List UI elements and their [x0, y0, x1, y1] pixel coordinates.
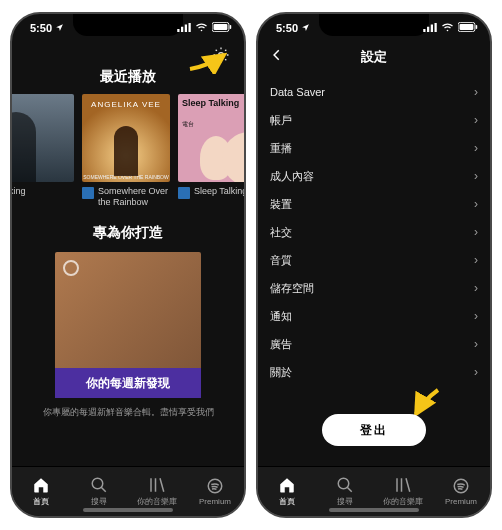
album-card[interactable]: alking: [10, 94, 74, 208]
chevron-right-icon: ›: [474, 337, 478, 351]
tab-label: 搜尋: [91, 496, 107, 507]
logout-label: 登出: [360, 422, 388, 439]
settings-row-replay[interactable]: 重播›: [270, 134, 478, 162]
logout-button[interactable]: 登出: [322, 414, 426, 446]
search-icon: [336, 476, 354, 494]
tab-label: Premium: [199, 497, 231, 506]
svg-rect-17: [431, 25, 433, 33]
settings-row-account[interactable]: 帳戶›: [270, 106, 478, 134]
svg-rect-18: [435, 23, 437, 32]
explicit-icon: [178, 187, 190, 199]
svg-line-13: [160, 478, 164, 492]
chevron-right-icon: ›: [474, 141, 478, 155]
album-caption: alking: [10, 186, 26, 197]
tab-label: 搜尋: [337, 496, 353, 507]
row-label: 儲存空間: [270, 281, 314, 296]
row-label: 音質: [270, 253, 292, 268]
svg-point-4: [201, 30, 203, 32]
chevron-right-icon: ›: [474, 365, 478, 379]
tutorial-arrow-icon: [188, 50, 232, 74]
svg-point-19: [447, 30, 449, 32]
library-icon: [148, 476, 166, 494]
row-label: 重播: [270, 141, 292, 156]
phone-settings: 5:50 設定 Data Saver› 帳戶› 重播› 成人內容› 裝置› 社交…: [256, 12, 492, 518]
row-label: 帳戶: [270, 113, 292, 128]
chevron-right-icon: ›: [474, 85, 478, 99]
row-label: 廣告: [270, 337, 292, 352]
page-title: 設定: [258, 48, 490, 66]
battery-icon: [212, 22, 232, 34]
location-icon: [301, 22, 310, 34]
discover-weekly-label: 你的每週新發現: [55, 368, 201, 398]
cover-artist: ANGELIKA VEE: [82, 100, 170, 109]
spotify-icon: [452, 477, 470, 495]
row-label: 裝置: [270, 197, 292, 212]
cover-title: 電台: [182, 120, 194, 129]
clock: 5:50: [30, 22, 52, 34]
tab-label: 你的音樂庫: [383, 496, 423, 507]
settings-list[interactable]: Data Saver› 帳戶› 重播› 成人內容› 裝置› 社交› 音質› 儲存…: [258, 72, 490, 386]
cover-artist: Sleep Talking: [182, 98, 239, 108]
tab-label: Premium: [445, 497, 477, 506]
explicit-icon: [82, 187, 94, 199]
tab-premium[interactable]: Premium: [186, 467, 244, 516]
album-card[interactable]: Sleep Talking 電台 Sleep Talking Ra: [178, 94, 246, 208]
svg-point-9: [92, 478, 103, 489]
album-cover: Sleep Talking 電台: [178, 94, 246, 182]
chevron-right-icon: ›: [474, 113, 478, 127]
settings-row-data-saver[interactable]: Data Saver›: [270, 78, 478, 106]
tab-label: 首頁: [33, 496, 49, 507]
chevron-right-icon: ›: [474, 253, 478, 267]
cover-title: SOMEWHERE OVER THE RAINBOW: [82, 174, 170, 180]
album-card[interactable]: ANGELIKA VEE SOMEWHERE OVER THE RAINBOW …: [82, 94, 170, 208]
made-for-you-heading: 專為你打造: [12, 224, 244, 242]
row-label: 通知: [270, 309, 292, 324]
album-caption: Somewhere Over the Rainbow: [98, 186, 170, 208]
tab-label: 你的音樂庫: [137, 496, 177, 507]
wifi-icon: [441, 22, 454, 34]
settings-row-notify[interactable]: 通知›: [270, 302, 478, 330]
discover-weekly-description: 你專屬的每週新鮮音樂合輯。盡情享受我們: [12, 398, 244, 418]
settings-row-devices[interactable]: 裝置›: [270, 190, 478, 218]
home-indicator: [329, 508, 419, 512]
tab-label: 首頁: [279, 496, 295, 507]
svg-rect-1: [181, 27, 183, 32]
chevron-right-icon: ›: [474, 225, 478, 239]
svg-rect-2: [185, 25, 187, 33]
settings-row-storage[interactable]: 儲存空間›: [270, 274, 478, 302]
svg-rect-15: [423, 29, 425, 32]
phone-home: 5:50 最近播放 alking ANGELIKA VEE SOMEWHERE …: [10, 12, 246, 518]
battery-icon: [458, 22, 478, 34]
row-label: 成人內容: [270, 169, 314, 184]
settings-row-social[interactable]: 社交›: [270, 218, 478, 246]
settings-row-quality[interactable]: 音質›: [270, 246, 478, 274]
svg-line-10: [101, 487, 106, 492]
status-bar: 5:50: [258, 14, 490, 42]
wifi-icon: [195, 22, 208, 34]
chevron-right-icon: ›: [474, 281, 478, 295]
album-cover: [10, 94, 74, 182]
album-cover: ANGELIKA VEE SOMEWHERE OVER THE RAINBOW: [82, 94, 170, 182]
tab-premium[interactable]: Premium: [432, 467, 490, 516]
settings-header: 設定: [258, 42, 490, 72]
chevron-right-icon: ›: [474, 197, 478, 211]
signal-icon: [423, 22, 437, 34]
svg-line-27: [406, 478, 410, 492]
svg-rect-3: [189, 23, 191, 32]
spotify-icon: [206, 477, 224, 495]
discover-weekly-card[interactable]: 你的每週新發現: [55, 252, 201, 398]
settings-row-explicit[interactable]: 成人內容›: [270, 162, 478, 190]
svg-rect-22: [476, 25, 478, 29]
settings-row-ads[interactable]: 廣告›: [270, 330, 478, 358]
recently-played-shelf[interactable]: alking ANGELIKA VEE SOMEWHERE OVER THE R…: [10, 86, 244, 208]
tab-home[interactable]: 首頁: [12, 467, 70, 516]
home-indicator: [83, 508, 173, 512]
svg-rect-16: [427, 27, 429, 32]
album-caption: Sleep Talking Ra: [194, 186, 246, 197]
chevron-right-icon: ›: [474, 169, 478, 183]
tab-home[interactable]: 首頁: [258, 467, 316, 516]
svg-point-23: [338, 478, 349, 489]
spotify-logo-icon: [63, 260, 79, 276]
status-bar: 5:50: [12, 14, 244, 42]
settings-row-about[interactable]: 關於›: [270, 358, 478, 386]
